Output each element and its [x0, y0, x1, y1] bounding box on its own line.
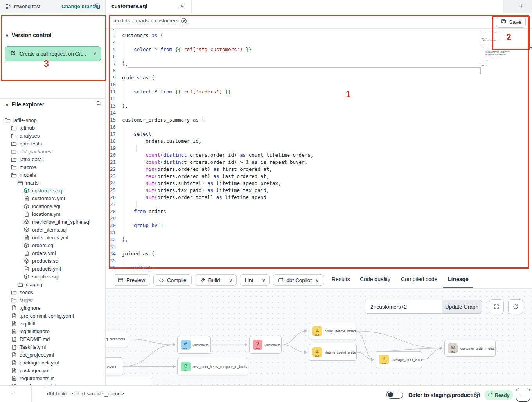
file-tree-item--sqlfluff[interactable]: .sqlfluff [0, 319, 106, 327]
breadcrumb-item[interactable]: models [113, 18, 130, 23]
close-icon[interactable]: × [180, 2, 183, 9]
code-line-14[interactable]: 14 [106, 109, 532, 117]
code-line-4[interactable]: 4 [106, 39, 532, 46]
lineage-node-orders[interactable]: orders [106, 357, 123, 375]
code-line-20[interactable]: 20 count(distinct orders.order_id) as co… [106, 152, 532, 159]
lineage-node-part[interactable] [106, 377, 153, 385]
breadcrumb-item[interactable]: marts [136, 18, 149, 23]
file-explorer-header[interactable]: ∨ File explorer [5, 101, 44, 108]
split-dropdown-caret[interactable]: ∨ [225, 275, 236, 285]
minimap[interactable]: customers as ( select * from {{ ref('stg… [482, 30, 515, 78]
code-editor[interactable]: 23customers as (45 select * from {{ ref(… [106, 29, 532, 272]
refresh-icon[interactable] [508, 299, 523, 314]
code-line-30[interactable]: 30 group by 1 [106, 222, 532, 229]
code-line-13[interactable]: 13), [106, 102, 532, 109]
preview-button[interactable]: Preview [113, 274, 150, 286]
code-line-17[interactable]: 17 select [106, 131, 532, 138]
file-tree-item-staging[interactable]: staging [0, 280, 106, 288]
file-tree-item-packages-yml[interactable]: packages.yml [0, 366, 106, 374]
tab-lineage[interactable]: Lineage [448, 276, 469, 282]
code-line-24[interactable]: 24 sum(orders.subtotal) as lifetime_spen… [106, 180, 532, 187]
file-tree-item-customers-sql[interactable]: customers.sql [0, 187, 106, 194]
lineage-node-average-order-value[interactable]: METaverage_order_value [376, 351, 422, 368]
code-line-18[interactable]: 18 orders.customer_id, [106, 138, 532, 145]
search-icon[interactable] [96, 100, 102, 108]
more-options-button[interactable]: ⋯ [516, 388, 530, 402]
file-tree-item-order-items-sql[interactable]: order_items.sql [0, 226, 106, 233]
file-tree-item-data-tests[interactable]: data-tests [0, 140, 106, 147]
help-icon[interactable]: ? [474, 392, 480, 398]
file-tree-item--gitignore[interactable]: .gitignore [0, 304, 106, 312]
update-graph-button[interactable]: Update Graph [442, 300, 482, 313]
fullscreen-icon[interactable] [489, 299, 504, 314]
file-tree-item--pre-commit-config-yaml[interactable]: .pre-commit-config.yaml [0, 312, 106, 319]
file-tree-item-readme-md[interactable]: README.md [0, 335, 106, 343]
code-line-19[interactable]: 19 [106, 145, 532, 152]
lineage-node-customers[interactable]: MDLcustomers [177, 336, 211, 354]
tab-compiled-code[interactable]: Compiled code [401, 276, 437, 282]
file-tree-item-package-lock-yml[interactable]: package-lock.yml [0, 359, 106, 366]
file-tree-item-orders-sql[interactable]: orders.sql [0, 241, 106, 249]
file-tree-item-supplies-sql[interactable]: supplies.sql [0, 273, 106, 280]
file-tree-item--github[interactable]: .github [0, 124, 106, 132]
code-line-28[interactable]: 28 from orders [106, 208, 532, 215]
tab-results[interactable]: Results [332, 276, 350, 282]
code-line-21[interactable]: 21 count(distinct orders.order_id) > 1 a… [106, 159, 532, 166]
code-line-23[interactable]: 23 max(orders.ordered_at) as last_ordere… [106, 173, 532, 180]
build-button[interactable]: Build∨ [195, 274, 237, 286]
code-line-7[interactable]: 7), [106, 60, 532, 67]
code-line-5[interactable]: 5 select * from {{ ref('stg_customers') … [106, 46, 532, 53]
code-line-9[interactable]: 9orders as ( [106, 74, 532, 81]
file-tree-item-models[interactable]: models [0, 171, 106, 179]
lineage-node-test-order-items-compute-to-bools-[interactable]: TSTtest_order_items_compute_to_bools... [177, 358, 248, 375]
code-line-25[interactable]: 25 sum(orders.tax_paid) as lifetime_tax_… [106, 187, 532, 194]
code-line-36[interactable]: 36 select [106, 264, 532, 271]
code-line-34[interactable]: 34joined as ( [106, 250, 532, 257]
defer-toggle[interactable] [386, 391, 403, 399]
code-line-2[interactable]: 2 [106, 29, 532, 32]
file-tree-item-jaffle-data[interactable]: jaffle-data [0, 155, 106, 163]
dbt-copilot-button[interactable]: dbt Copilot∨ [273, 274, 324, 286]
copy-icon[interactable] [95, 3, 101, 11]
lineage-node-lifetime-spend-pretax[interactable]: METlifetime_spend_pretax [309, 344, 357, 361]
code-line-31[interactable]: 31 [106, 229, 532, 236]
file-tree-item-locations-sql[interactable]: locations.sql [0, 202, 106, 210]
file-tree-item-analyses[interactable]: analyses [0, 132, 106, 140]
code-line-11[interactable]: 11 select * from {{ ref('orders') }} [106, 88, 532, 95]
code-line-32[interactable]: 32), [106, 236, 532, 243]
create-pull-request-button[interactable]: Create a pull request on Git... ∨ [5, 46, 101, 61]
lineage-node-customer-order-metrics[interactable]: QRYcustomer_order_metrics [444, 340, 496, 357]
file-tree-item-dbt-packages[interactable]: dbt_packages [0, 147, 106, 155]
lineage-node-customers[interactable]: SEMcustomers [249, 336, 282, 354]
file-tree-item-customers-yml[interactable]: customers.yml [0, 194, 106, 202]
selector-input[interactable] [365, 300, 442, 313]
lint-button[interactable]: Lint∨ [240, 274, 270, 286]
file-tree-item-products-yml[interactable]: products.yml [0, 265, 106, 273]
code-line-8[interactable]: 8 [106, 67, 532, 74]
code-line-35[interactable]: 35 [106, 257, 532, 264]
scrollbar-marker[interactable] [528, 47, 532, 48]
code-line-26[interactable]: 26 sum(orders.order_total) as lifetime_s… [106, 194, 532, 201]
code-line-16[interactable]: 16 [106, 124, 532, 131]
code-line-29[interactable]: 29 [106, 215, 532, 222]
file-tree-item-products-sql[interactable]: products.sql [0, 257, 106, 265]
file-tree-item-locations-yml[interactable]: locations.yml [0, 210, 106, 218]
code-line-22[interactable]: 22 min(orders.ordered_at) as first_order… [106, 166, 532, 173]
file-tree-item-taskfile-yml[interactable]: Taskfile.yml [0, 343, 106, 351]
cli-command[interactable]: dbt build --select <model_name> [47, 391, 124, 397]
lineage-node-stg-customers[interactable]: stg_customers [106, 331, 128, 347]
change-branch-link[interactable]: Change branch [61, 4, 99, 9]
file-tree-item-requirements-in[interactable]: requirements.in [0, 374, 106, 382]
file-tree-item--sqlfluffignore[interactable]: .sqlfluffignore [0, 327, 106, 335]
file-tree-item-seeds[interactable]: seeds [0, 288, 106, 296]
save-button[interactable]: Save [496, 16, 526, 28]
file-tree-item-target[interactable]: target [0, 296, 106, 304]
chevron-up-icon[interactable] [9, 391, 15, 398]
code-line-15[interactable]: 15customer_orders_summary as ( [106, 117, 532, 124]
file-tree-item-jaffle-shop[interactable]: jaffle-shop [0, 116, 106, 124]
code-line-6[interactable]: 6 [106, 53, 532, 60]
file-tree-item-macros[interactable]: macros [0, 163, 106, 171]
file-tree-item-dbt-project-yml[interactable]: dbt_project.yml [0, 351, 106, 359]
lineage-node-count-lifetime-orders[interactable]: METcount_lifetime_orders [309, 323, 356, 339]
compile-button[interactable]: Compile [153, 274, 192, 286]
